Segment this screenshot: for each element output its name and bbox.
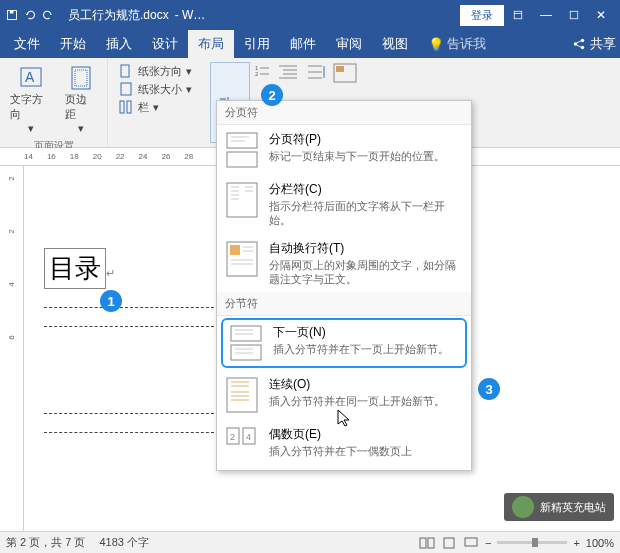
toc-heading[interactable]: 目录 — [44, 248, 106, 289]
zoom-level[interactable]: 100% — [586, 537, 614, 549]
chevron-down-icon: ▾ — [186, 83, 192, 96]
dropdown-section-section-breaks: 分节符 — [217, 292, 471, 316]
menu-item-text-wrapping[interactable]: 自动换行符(T)分隔网页上的对象周围的文字，如分隔题注文字与正文。 — [217, 234, 471, 293]
svg-rect-14 — [127, 101, 131, 113]
title-bar: 员工行为规范.docx - W… 登录 — ✕ — [0, 0, 620, 30]
margins-button[interactable]: 页边距 ▾ — [61, 62, 101, 137]
chevron-down-icon: ▾ — [186, 65, 192, 78]
svg-rect-34 — [465, 538, 477, 546]
svg-rect-18 — [336, 66, 344, 72]
minimize-icon[interactable]: — — [532, 8, 560, 22]
text-direction-button[interactable]: A 文字方向 ▾ — [6, 62, 57, 137]
svg-rect-20 — [227, 152, 257, 167]
zoom-slider[interactable] — [497, 541, 567, 544]
svg-text:A: A — [25, 69, 35, 85]
ribbon-tabs: 文件 开始 插入 设计 布局 引用 邮件 审阅 视图 💡 告诉我 共享 — [0, 30, 620, 58]
dropdown-section-page-breaks: 分页符 — [217, 101, 471, 125]
page-break-line — [44, 413, 214, 414]
page-break-line — [44, 432, 214, 433]
avatar-icon — [512, 496, 534, 518]
svg-rect-33 — [444, 538, 454, 548]
svg-text:2: 2 — [255, 71, 259, 77]
login-button[interactable]: 登录 — [460, 5, 504, 26]
menu-item-next-page[interactable]: 下一页(N)插入分节符并在下一页上开始新节。 — [221, 318, 467, 368]
menu-item-page-break[interactable]: 分页符(P)标记一页结束与下一页开始的位置。 — [217, 125, 471, 175]
tab-tell-me[interactable]: 💡 告诉我 — [418, 30, 496, 58]
orientation-button[interactable]: 纸张方向▾ — [114, 62, 202, 80]
status-page[interactable]: 第 2 页，共 7 页 — [6, 535, 85, 550]
tab-review[interactable]: 审阅 — [326, 30, 372, 58]
mouse-cursor-icon — [336, 408, 352, 428]
callout-badge-3: 3 — [478, 378, 500, 400]
svg-rect-12 — [121, 83, 131, 95]
svg-rect-21 — [227, 183, 257, 217]
chevron-down-icon: ▾ — [28, 122, 34, 135]
save-icon[interactable] — [6, 9, 18, 21]
size-button[interactable]: 纸张大小▾ — [114, 80, 202, 98]
page-break-line — [44, 307, 214, 308]
svg-rect-26 — [227, 378, 257, 412]
share-icon — [572, 37, 586, 51]
status-bar: 第 2 页，共 7 页 4183 个字 − + 100% — [0, 531, 620, 553]
redo-icon[interactable] — [42, 9, 54, 21]
callout-badge-1: 1 — [100, 290, 122, 312]
ribbon-options-icon[interactable] — [504, 9, 532, 21]
svg-rect-1 — [10, 11, 14, 14]
status-word-count[interactable]: 4183 个字 — [99, 535, 149, 550]
svg-rect-31 — [420, 538, 426, 548]
maximize-icon[interactable] — [560, 9, 588, 21]
tab-insert[interactable]: 插入 — [96, 30, 142, 58]
svg-rect-10 — [75, 70, 87, 86]
svg-rect-13 — [120, 101, 124, 113]
view-print-icon[interactable] — [441, 536, 457, 550]
svg-rect-32 — [428, 538, 434, 548]
document-title: 员工行为规范.docx — [68, 7, 169, 24]
chevron-down-icon: ▾ — [78, 122, 84, 135]
zoom-out-button[interactable]: − — [485, 537, 491, 549]
menu-item-column-break[interactable]: 分栏符(C)指示分栏符后面的文字将从下一栏开始。 — [217, 175, 471, 234]
svg-text:4: 4 — [246, 432, 251, 442]
lightbulb-icon: 💡 — [428, 37, 444, 52]
document-page[interactable]: 目录↵ — [44, 178, 214, 451]
view-read-icon[interactable] — [419, 536, 435, 550]
svg-rect-11 — [121, 65, 129, 77]
tab-layout[interactable]: 布局 — [188, 30, 234, 58]
svg-rect-23 — [230, 245, 240, 255]
callout-badge-2: 2 — [261, 84, 283, 106]
watermark-label: 新精英充电站 — [504, 493, 614, 521]
tab-design[interactable]: 设计 — [142, 30, 188, 58]
columns-button[interactable]: 栏▾ — [114, 98, 202, 116]
tab-view[interactable]: 视图 — [372, 30, 418, 58]
svg-rect-2 — [514, 11, 522, 19]
close-icon[interactable]: ✕ — [588, 8, 614, 22]
position-button[interactable] — [332, 62, 358, 84]
tab-references[interactable]: 引用 — [234, 30, 280, 58]
page-break-line — [44, 326, 214, 327]
view-web-icon[interactable] — [463, 536, 479, 550]
tab-home[interactable]: 开始 — [50, 30, 96, 58]
vertical-ruler[interactable]: 2246 — [0, 166, 24, 531]
svg-text:2: 2 — [230, 432, 235, 442]
tab-mailings[interactable]: 邮件 — [280, 30, 326, 58]
share-button[interactable]: 共享 — [572, 30, 616, 58]
chevron-down-icon: ▾ — [153, 101, 159, 114]
zoom-in-button[interactable]: + — [573, 537, 579, 549]
undo-icon[interactable] — [24, 9, 36, 21]
svg-rect-3 — [570, 11, 578, 19]
tab-file[interactable]: 文件 — [4, 30, 50, 58]
app-name: - W… — [175, 8, 206, 22]
